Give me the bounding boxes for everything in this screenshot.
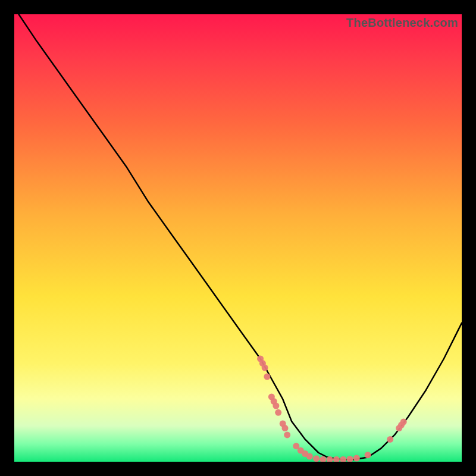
data-point [353, 455, 360, 462]
data-point [387, 436, 393, 443]
plot-area [14, 14, 462, 462]
data-point [262, 365, 268, 371]
data-point [306, 453, 313, 460]
data-point [264, 374, 270, 380]
data-point [284, 431, 290, 438]
watermark-text: TheBottleneck.com [346, 16, 458, 30]
data-point [275, 409, 281, 416]
data-point [400, 419, 407, 425]
data-point [365, 452, 371, 458]
data-point [273, 403, 279, 409]
chart-frame: TheBottleneck.com [14, 14, 462, 462]
data-point [340, 456, 346, 462]
data-point [333, 456, 340, 462]
data-point [282, 425, 289, 431]
bottleneck-curve [19, 14, 462, 459]
data-point [347, 456, 353, 462]
chart-svg [14, 14, 462, 462]
data-point [320, 456, 326, 462]
data-point [313, 455, 320, 462]
